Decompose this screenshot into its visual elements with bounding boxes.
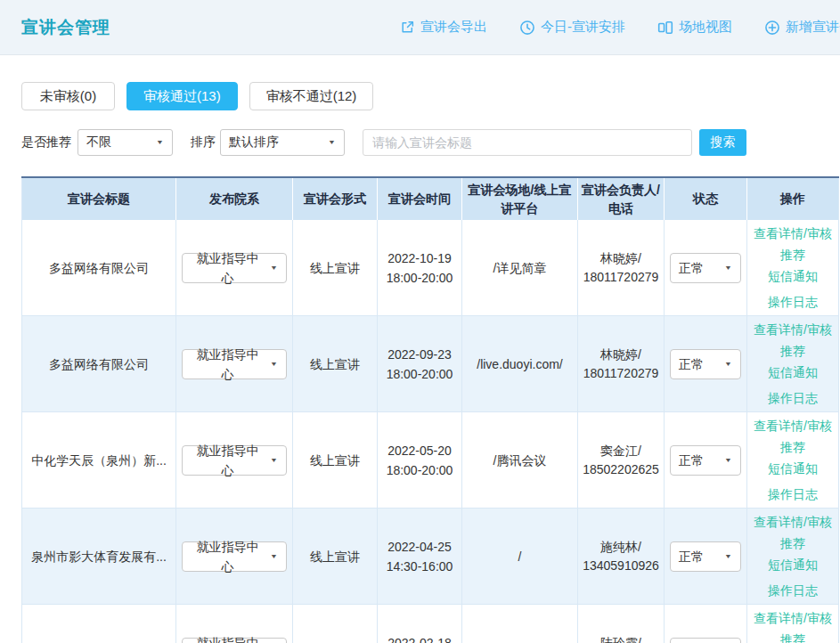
session-time: 14:30-16:00 — [381, 557, 458, 576]
contact-phone: 18011720279 — [582, 268, 660, 287]
session-title-cell: 泉州科发卫浴有限公司 — [22, 605, 176, 643]
export-icon — [400, 20, 415, 35]
contact-cell: 窦金江/ 18502202625 — [578, 412, 665, 509]
status-cell: 正常 ▼ — [665, 605, 747, 643]
recommend-link[interactable]: 推荐 — [751, 341, 835, 361]
department-select-value: 就业指导中心 — [191, 633, 265, 643]
tab-unreviewed[interactable]: 未审核(0) — [21, 82, 115, 110]
add-session-link[interactable]: 新增宣讲会 — [764, 19, 840, 36]
status-select[interactable]: 正常 ▼ — [670, 349, 741, 379]
topbar: 宣讲会管理 宣讲会导出 今日-宣讲安排 — [0, 0, 840, 55]
tab-approved[interactable]: 审核通过(13) — [126, 82, 238, 110]
tab-rejected[interactable]: 审核不通过(12) — [249, 82, 374, 110]
column-header-title: 宣讲会标题 — [22, 177, 176, 220]
department-select[interactable]: 就业指导中心 ▼ — [182, 445, 287, 476]
status-select[interactable]: 正常 ▼ — [670, 253, 741, 283]
session-date: 2022-09-23 — [381, 345, 458, 364]
department-select[interactable]: 就业指导中心 ▼ — [182, 349, 287, 379]
layout-icon — [657, 20, 673, 36]
department-select[interactable]: 就业指导中心 ▼ — [182, 638, 287, 643]
sms-notify-link[interactable]: 短信通知 — [751, 555, 835, 574]
column-header-time: 宣讲会时间 — [378, 177, 462, 220]
contact-phone: 18011720279 — [582, 364, 660, 383]
operation-log-link[interactable]: 操作日志 — [751, 581, 835, 600]
view-detail-review-link[interactable]: 查看详情/审核 — [751, 416, 835, 435]
chevron-down-icon: ▼ — [724, 260, 732, 276]
operation-log-link[interactable]: 操作日志 — [751, 484, 835, 504]
sms-notify-link[interactable]: 短信通知 — [751, 459, 835, 478]
search-input[interactable] — [363, 129, 692, 156]
column-header-status: 状态 — [665, 177, 747, 220]
status-select[interactable]: 正常 ▼ — [670, 541, 741, 572]
recommend-link[interactable]: 推荐 — [751, 437, 835, 457]
department-select-value: 就业指导中心 — [191, 537, 265, 576]
venue-view-link[interactable]: 场地视图 — [657, 19, 732, 36]
table-body: 多益网络有限公司 就业指导中心 ▼ 线上宣讲 2022-10-19 18:00-… — [22, 220, 839, 643]
view-detail-review-link[interactable]: 查看详情/审核 — [751, 608, 835, 628]
export-sessions-link[interactable]: 宣讲会导出 — [400, 19, 487, 36]
top-link-label: 今日-宣讲安排 — [541, 19, 625, 36]
chevron-down-icon: ▼ — [270, 452, 278, 468]
status-select-value: 正常 — [679, 547, 704, 566]
contact-cell: 陆玲霞/ 15160338590 — [578, 605, 665, 643]
session-form-cell: 线上宣讲 — [293, 220, 378, 316]
session-date: 2022-02-18 — [381, 633, 458, 643]
session-title-cell: 多益网络有限公司 — [22, 220, 176, 316]
session-date: 2022-05-20 — [381, 441, 458, 460]
recommend-select[interactable]: 不限 ▼ — [77, 129, 173, 156]
department-select[interactable]: 就业指导中心 ▼ — [182, 253, 287, 283]
table-row: 泉州市影大体育发展有... 就业指导中心 ▼ 线上宣讲 2022-04-25 1… — [22, 509, 839, 605]
chevron-down-icon: ▼ — [724, 356, 732, 372]
department-cell: 就业指导中心 ▼ — [176, 412, 293, 509]
status-select[interactable]: 正常 ▼ — [670, 445, 741, 476]
status-select-value: 正常 — [679, 451, 704, 470]
venue-cell: /腾讯会议 — [462, 412, 578, 509]
contact-name: 林晓婷/ — [582, 248, 660, 268]
venue-cell: / — [462, 509, 578, 605]
sort-select[interactable]: 默认排序 ▼ — [220, 129, 345, 156]
session-time: 18:00-20:00 — [381, 364, 458, 384]
session-time-cell: 2022-05-20 18:00-20:00 — [378, 412, 462, 509]
column-header-form: 宣讲会形式 — [293, 177, 378, 220]
contact-name: 林晓婷/ — [582, 345, 660, 364]
status-select[interactable]: 正常 ▼ — [670, 638, 741, 643]
sessions-table: 宣讲会标题 发布院系 宣讲会形式 宣讲会时间 宣讲会场地/线上宣讲平台 宣讲会负… — [21, 176, 839, 643]
session-title-cell: 多益网络有限公司 — [22, 316, 176, 412]
topbar-links: 宣讲会导出 今日-宣讲安排 场地视图 — [400, 19, 840, 36]
recommend-link[interactable]: 推荐 — [751, 630, 835, 643]
operation-log-link[interactable]: 操作日志 — [751, 292, 835, 312]
venue-cell: /live.duoyi.com/ — [462, 316, 578, 412]
recommend-link[interactable]: 推荐 — [751, 533, 835, 553]
department-cell: 就业指导中心 ▼ — [176, 509, 293, 605]
contact-phone: 13405910926 — [582, 557, 660, 575]
chevron-down-icon: ▼ — [724, 549, 732, 565]
session-time-cell: 2022-04-25 14:30-16:00 — [378, 509, 462, 605]
column-header-contact: 宣讲会负责人/电话 — [578, 177, 665, 220]
sms-notify-link[interactable]: 短信通知 — [751, 266, 835, 286]
contact-phone: 18502202625 — [582, 460, 660, 479]
sms-notify-link[interactable]: 短信通知 — [751, 362, 835, 382]
today-schedule-link[interactable]: 今日-宣讲安排 — [519, 19, 625, 36]
recommend-link[interactable]: 推荐 — [751, 245, 835, 265]
table-header: 宣讲会标题 发布院系 宣讲会形式 宣讲会时间 宣讲会场地/线上宣讲平台 宣讲会负… — [22, 177, 839, 220]
status-select-value: 正常 — [679, 354, 704, 374]
operation-log-link[interactable]: 操作日志 — [751, 388, 835, 408]
view-detail-review-link[interactable]: 查看详情/审核 — [751, 224, 835, 243]
recommend-select-value: 不限 — [86, 134, 111, 151]
department-select-value: 就业指导中心 — [191, 441, 265, 480]
department-select[interactable]: 就业指导中心 ▼ — [182, 541, 287, 572]
actions-cell: 查看详情/审核 推荐 短信通知 操作日志 — [747, 220, 839, 316]
search-button[interactable]: 搜索 — [699, 129, 746, 156]
table-row: 中化学天辰（泉州）新... 就业指导中心 ▼ 线上宣讲 2022-05-20 1… — [22, 412, 839, 509]
filter-bar: 是否推荐 不限 ▼ 排序 默认排序 ▼ 搜索 — [21, 129, 840, 156]
actions-cell: 查看详情/审核 推荐 短信通知 操作日志 — [747, 509, 839, 605]
view-detail-review-link[interactable]: 查看详情/审核 — [751, 512, 835, 532]
status-cell: 正常 ▼ — [665, 412, 747, 509]
contact-cell: 林晓婷/ 18011720279 — [578, 220, 665, 316]
status-cell: 正常 ▼ — [665, 220, 747, 316]
chevron-down-icon: ▼ — [270, 356, 278, 372]
sort-select-value: 默认排序 — [229, 134, 279, 151]
chevron-down-icon: ▼ — [156, 139, 164, 146]
view-detail-review-link[interactable]: 查看详情/审核 — [751, 320, 835, 339]
department-cell: 就业指导中心 ▼ — [176, 605, 293, 643]
